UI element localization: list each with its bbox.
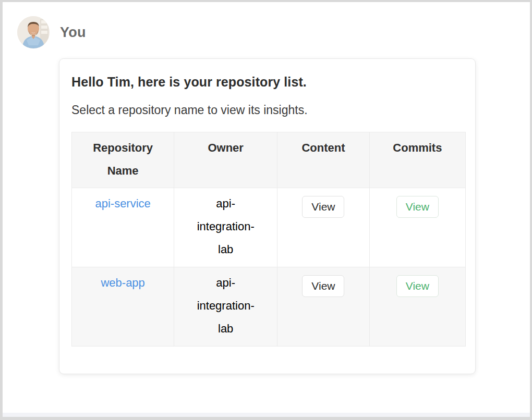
owner-cell-text: api-integration-lab xyxy=(191,192,260,261)
header-content: Content xyxy=(277,132,370,188)
table-row: api-service api-integration-lab View Vie… xyxy=(72,188,466,267)
table-row: web-app api-integration-lab View View xyxy=(72,267,466,347)
owner-cell-text: api-integration-lab xyxy=(191,271,260,340)
chat-message-header: You xyxy=(17,16,86,48)
bot-response-card: Hello Tim, here is your repository list.… xyxy=(59,58,476,374)
repo-link-web-app[interactable]: web-app xyxy=(101,276,144,289)
sender-name-label: You xyxy=(60,24,86,41)
header-commits: Commits xyxy=(369,132,465,188)
repo-link-api-service[interactable]: api-service xyxy=(95,197,150,210)
content-view-button[interactable]: View xyxy=(302,196,344,218)
commits-view-button[interactable]: View xyxy=(396,196,439,218)
repository-table: Repository Name Owner Content Commits ap… xyxy=(71,132,466,347)
card-heading: Hello Tim, here is your repository list. xyxy=(71,75,463,90)
card-subheading: Select a repository name to view its ins… xyxy=(71,103,463,117)
user-avatar-icon xyxy=(17,16,50,48)
bottom-scroll-strip xyxy=(3,413,530,417)
commits-view-button[interactable]: View xyxy=(396,275,439,297)
header-repository-name: Repository Name xyxy=(72,132,174,188)
content-view-button[interactable]: View xyxy=(302,275,344,297)
table-header-row: Repository Name Owner Content Commits xyxy=(72,132,466,188)
header-owner: Owner xyxy=(174,132,277,188)
